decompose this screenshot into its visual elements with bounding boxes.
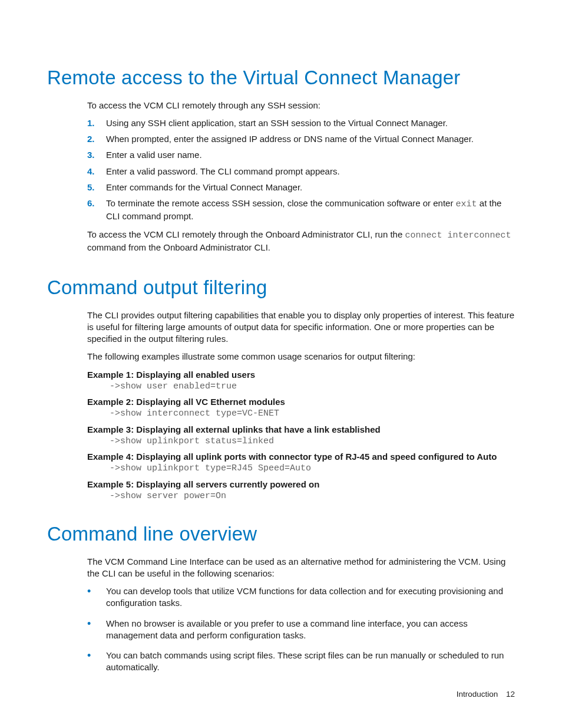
section-heading-cli-overview: Command line overview — [47, 521, 515, 548]
ordered-list-text: When prompted, enter the assigned IP add… — [106, 133, 515, 145]
ordered-list-item: 2.When prompted, enter the assigned IP a… — [87, 133, 515, 145]
example-code: ->show user enabled=true — [110, 381, 515, 393]
document-page: Remote access to the Virtual Connect Man… — [0, 0, 562, 728]
example-code: ->show interconnect type=VC-ENET — [110, 408, 515, 420]
ordered-list-text: Using any SSH client application, start … — [106, 117, 515, 129]
ordered-list-item: 3.Enter a valid user name. — [87, 149, 515, 161]
ordered-list-text: Enter commands for the Virtual Connect M… — [106, 182, 515, 193]
example-title: Example 4: Displaying all uplink ports w… — [87, 451, 515, 463]
section2-body: The CLI provides output filtering capabi… — [87, 309, 515, 503]
example-title: Example 3: Displaying all external uplin… — [87, 424, 515, 436]
ordered-list-item: 6.To terminate the remote access SSH ses… — [87, 197, 515, 223]
ordered-list-text: Enter a valid user name. — [106, 149, 515, 161]
inline-code: connect interconnect — [405, 230, 511, 241]
example-title: Example 2: Displaying all VC Ethernet mo… — [87, 396, 515, 408]
bullet-list-item: •You can batch commands using script fil… — [87, 650, 515, 674]
ordered-list-number: 6. — [87, 197, 106, 209]
ordered-list-number: 5. — [87, 182, 106, 193]
bullet-icon: • — [87, 650, 106, 661]
example-code: ->show uplinkport type=RJ45 Speed=Auto — [110, 463, 515, 475]
ordered-list-number: 3. — [87, 149, 106, 161]
ordered-list-text: Enter a valid password. The CLI command … — [106, 166, 515, 177]
ordered-list-number: 2. — [87, 133, 106, 145]
section2-examples: Example 1: Displaying all enabled users-… — [87, 369, 515, 503]
inline-code: exit — [456, 199, 477, 209]
ordered-list-number: 4. — [87, 166, 106, 177]
footer-page-number: 12 — [506, 690, 515, 699]
ordered-list-item: 5.Enter commands for the Virtual Connect… — [87, 182, 515, 193]
section2-para1: The CLI provides output filtering capabi… — [87, 309, 515, 345]
section1-body: To access the VCM CLI remotely through a… — [87, 100, 515, 254]
section2-para2: The following examples illustrate some c… — [87, 351, 515, 363]
section-heading-output-filtering: Command output filtering — [47, 275, 515, 301]
example-title: Example 5: Displaying all servers curren… — [87, 479, 515, 490]
example-code: ->show uplinkport status=linked — [110, 436, 515, 447]
section3-body: The VCM Command Line Interface can be us… — [87, 556, 515, 674]
ordered-list-number: 1. — [87, 117, 106, 129]
bullet-icon: • — [87, 585, 106, 597]
section1-post-paragraph: To access the VCM CLI remotely through t… — [87, 229, 515, 254]
bullet-list-text: You can batch commands using script file… — [106, 650, 515, 674]
bullet-list-text: When no browser is available or you pref… — [106, 618, 515, 642]
footer-section-name: Introduction — [457, 690, 498, 699]
bullet-list-item: •You can develop tools that utilize VCM … — [87, 585, 515, 610]
example-code: ->show server power=On — [110, 490, 515, 502]
section3-intro: The VCM Command Line Interface can be us… — [87, 556, 515, 580]
section1-intro: To access the VCM CLI remotely through a… — [87, 100, 515, 111]
ordered-list-text: To terminate the remote access SSH sessi… — [106, 197, 515, 223]
section1-ordered-list: 1.Using any SSH client application, star… — [87, 117, 515, 223]
ordered-list-item: 4.Enter a valid password. The CLI comman… — [87, 166, 515, 177]
section-heading-remote-access: Remote access to the Virtual Connect Man… — [47, 65, 515, 91]
example-title: Example 1: Displaying all enabled users — [87, 369, 515, 381]
bullet-icon: • — [87, 618, 106, 629]
bullet-list-text: You can develop tools that utilize VCM f… — [106, 585, 515, 610]
page-footer: Introduction 12 — [457, 689, 515, 700]
ordered-list-item: 1.Using any SSH client application, star… — [87, 117, 515, 129]
bullet-list-item: •When no browser is available or you pre… — [87, 618, 515, 642]
section3-bullet-list: •You can develop tools that utilize VCM … — [87, 585, 515, 674]
